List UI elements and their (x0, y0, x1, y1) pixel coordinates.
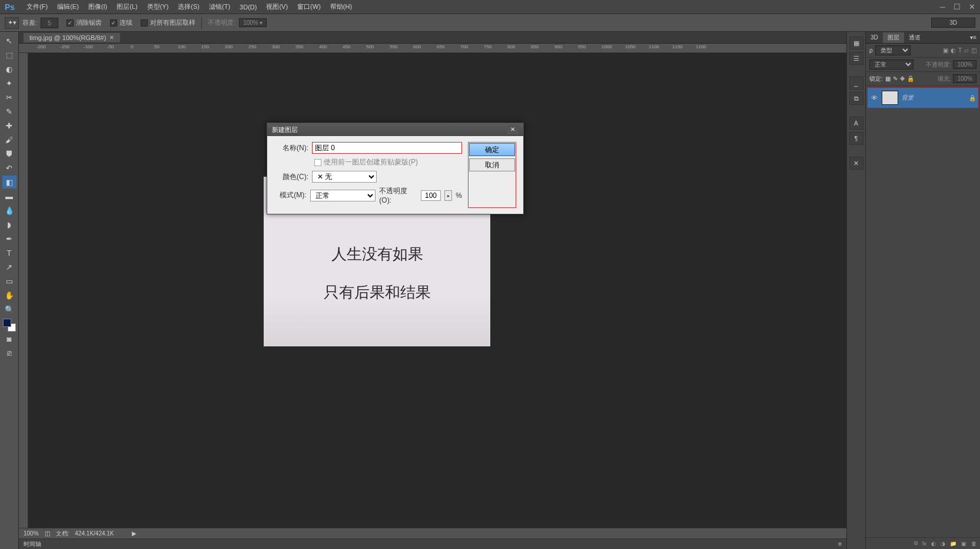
history-brush-tool[interactable]: ↶ (2, 161, 16, 174)
document-tab[interactable]: timg.jpg @ 100%(RGB/8#) ✕ (24, 33, 120, 42)
status-arrow-icon[interactable]: ▶ (132, 530, 137, 537)
zoom-tool[interactable]: 🔍 (2, 303, 16, 316)
doc-size-icon[interactable]: ◫ (45, 530, 50, 537)
quickmask-tool[interactable]: ◙ (2, 332, 16, 345)
visibility-icon[interactable]: 👁 (870, 94, 878, 101)
window-maximize-icon[interactable]: ☐ (954, 2, 961, 11)
doc-size-label: 文档: (56, 530, 69, 538)
layer-row[interactable]: 👁 背景 🔒 (867, 87, 979, 108)
timeline-menu-icon[interactable]: ≡ (838, 541, 842, 547)
dodge-tool[interactable]: ◗ (2, 218, 16, 231)
timeline-bar[interactable]: 时间轴 ≡ (19, 538, 846, 549)
tab-channels[interactable]: 通道 (904, 32, 925, 43)
paragraph-panel-icon[interactable]: ¶ (849, 132, 863, 145)
lock-position-icon[interactable]: ✥ (900, 75, 905, 82)
filter-smart-icon[interactable]: ◫ (971, 47, 976, 54)
lock-transparency-icon[interactable]: ▦ (885, 75, 891, 82)
brush-panel-icon[interactable]: ⎯ (849, 77, 863, 90)
eraser-tool[interactable]: ◧ (2, 176, 16, 188)
mode-select[interactable]: 正常 (310, 190, 376, 201)
menu-help[interactable]: 帮助(H) (325, 2, 357, 11)
move-tool[interactable]: ↖ (2, 34, 16, 47)
menu-file[interactable]: 文件(F) (22, 2, 52, 11)
clone-panel-icon[interactable]: ⧉ (849, 92, 863, 105)
menu-view[interactable]: 视图(V) (261, 2, 293, 11)
eyedropper-tool[interactable]: ✎ (2, 105, 16, 118)
filter-type-select[interactable]: 类型 (875, 45, 911, 55)
stamp-tool[interactable]: ⛊ (2, 147, 16, 160)
layer-name-input[interactable] (312, 142, 462, 154)
menu-edit[interactable]: 编辑(E) (52, 2, 84, 11)
new-layer-icon[interactable]: ▣ (961, 541, 966, 547)
tool-preset-icon[interactable]: ✦▾ (5, 17, 19, 29)
lock-image-icon[interactable]: ✎ (893, 75, 898, 82)
character-panel-icon[interactable]: A (849, 117, 863, 130)
tab-3d[interactable]: 3D (866, 33, 883, 42)
crop-tool[interactable]: ✂ (2, 91, 16, 104)
window-close-icon[interactable]: ✕ (969, 2, 975, 11)
layer-opacity-value[interactable]: 100% (953, 60, 976, 69)
screenmode-tool[interactable]: ⎚ (2, 346, 16, 359)
brush-tool[interactable]: 🖌 (2, 133, 16, 146)
menu-filter[interactable]: 滤镜(T) (204, 2, 235, 11)
pen-tool[interactable]: ✒ (2, 232, 16, 245)
layer-mask-icon[interactable]: ◐ (931, 541, 936, 547)
history-panel-icon[interactable]: ▦ (849, 37, 863, 49)
contiguous-checkbox[interactable]: ✓ (110, 19, 117, 27)
filter-adjust-icon[interactable]: ◐ (951, 47, 956, 54)
blend-mode-select[interactable]: 正常 (869, 59, 913, 70)
healing-tool[interactable]: ✚ (2, 119, 16, 132)
all-layers-checkbox[interactable] (141, 19, 148, 27)
fg-color-swatch[interactable] (3, 319, 11, 327)
menu-3d[interactable]: 3D(D) (235, 4, 261, 11)
delete-layer-icon[interactable]: 🗑 (971, 541, 976, 547)
hand-tool[interactable]: ✋ (2, 289, 16, 302)
menu-layer[interactable]: 图层(L) (112, 2, 142, 11)
tolerance-input[interactable] (41, 18, 58, 28)
new-group-icon[interactable]: 📁 (950, 541, 956, 547)
menu-window[interactable]: 窗口(W) (293, 2, 325, 11)
panel-menu-icon[interactable]: ▾≡ (966, 34, 980, 41)
menu-select[interactable]: 选择(S) (173, 2, 204, 11)
type-tool[interactable]: T (2, 246, 16, 259)
filter-type-icon[interactable]: ρ (869, 47, 873, 54)
blur-tool[interactable]: 💧 (2, 204, 16, 217)
opacity-dropdown[interactable]: 100% ▾ (239, 18, 267, 27)
gradient-tool[interactable]: ▬ (2, 190, 16, 203)
menu-image[interactable]: 图像(I) (84, 2, 112, 11)
color-swatches[interactable] (3, 319, 16, 332)
new-fill-icon[interactable]: ◑ (941, 541, 945, 547)
antialias-checkbox[interactable]: ✓ (67, 19, 74, 27)
cancel-button[interactable]: 取消 (469, 158, 515, 171)
tab-layers[interactable]: 图层 (883, 32, 904, 43)
tools-panel-icon[interactable]: ✕ (849, 157, 863, 170)
lasso-tool[interactable]: ◐ (2, 62, 16, 75)
link-layers-icon[interactable]: ⧉ (914, 540, 918, 547)
window-minimize-icon[interactable]: ─ (940, 2, 945, 11)
color-select[interactable]: ✕ 无 (312, 171, 377, 183)
dialog-close-button[interactable]: ✕ (507, 125, 519, 134)
layers-panel-footer: ⧉ fx ◐ ◑ 📁 ▣ 🗑 (866, 537, 980, 549)
filter-type-icon2[interactable]: T (958, 47, 962, 54)
lock-icon[interactable]: 🔒 (969, 95, 976, 101)
3d-mode-button[interactable]: 3D (931, 18, 975, 28)
layer-fx-icon[interactable]: fx (922, 541, 926, 547)
wand-tool[interactable]: ✦ (2, 77, 16, 90)
fill-value[interactable]: 100% (953, 74, 976, 83)
filter-shape-icon[interactable]: ▱ (964, 47, 969, 54)
opacity-input[interactable] (421, 190, 441, 201)
shape-tool[interactable]: ▭ (2, 274, 16, 287)
lock-all-icon[interactable]: 🔒 (907, 75, 914, 82)
close-icon[interactable]: ✕ (109, 35, 114, 41)
ok-button[interactable]: 确定 (469, 143, 515, 156)
menu-type[interactable]: 类型(Y) (142, 2, 174, 11)
path-tool[interactable]: ↗ (2, 260, 16, 273)
filter-pixel-icon[interactable]: ▣ (943, 47, 948, 54)
actions-panel-icon[interactable]: ☰ (849, 52, 863, 65)
zoom-level[interactable]: 100% (24, 530, 39, 537)
dialog-titlebar[interactable]: 新建图层 ✕ (267, 123, 523, 136)
opacity-stepper[interactable]: ▸ (444, 190, 452, 201)
layer-name[interactable]: 背景 (902, 94, 965, 102)
marquee-tool[interactable]: ⬚ (2, 48, 16, 61)
layer-thumbnail[interactable] (882, 91, 898, 105)
